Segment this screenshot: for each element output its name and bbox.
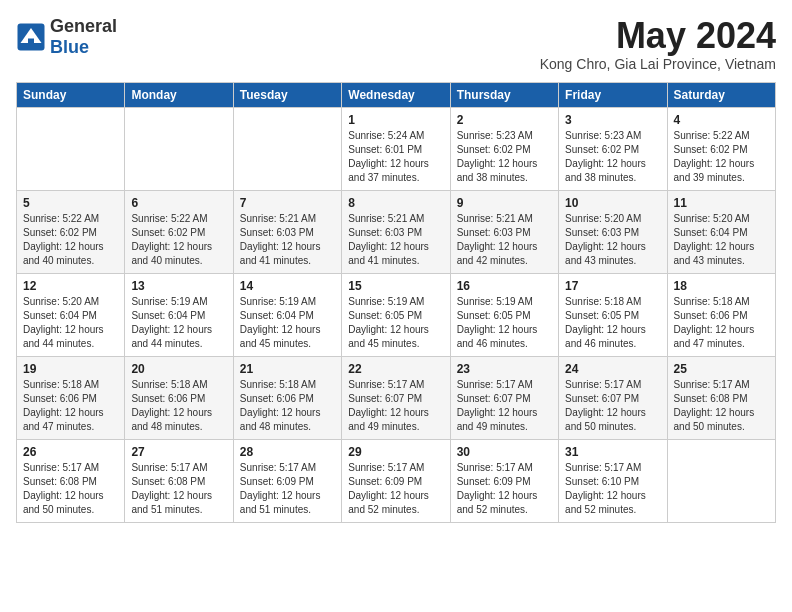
calendar-cell: 6Sunrise: 5:22 AM Sunset: 6:02 PM Daylig… [125,190,233,273]
day-info: Sunrise: 5:20 AM Sunset: 6:04 PM Dayligh… [674,212,769,268]
day-number: 1 [348,113,443,127]
day-info: Sunrise: 5:22 AM Sunset: 6:02 PM Dayligh… [131,212,226,268]
calendar-cell: 1Sunrise: 5:24 AM Sunset: 6:01 PM Daylig… [342,107,450,190]
calendar-table: SundayMondayTuesdayWednesdayThursdayFrid… [16,82,776,523]
day-info: Sunrise: 5:21 AM Sunset: 6:03 PM Dayligh… [457,212,552,268]
day-number: 10 [565,196,660,210]
calendar-cell: 20Sunrise: 5:18 AM Sunset: 6:06 PM Dayli… [125,356,233,439]
day-info: Sunrise: 5:17 AM Sunset: 6:07 PM Dayligh… [457,378,552,434]
calendar-week-row: 12Sunrise: 5:20 AM Sunset: 6:04 PM Dayli… [17,273,776,356]
day-info: Sunrise: 5:17 AM Sunset: 6:09 PM Dayligh… [348,461,443,517]
day-info: Sunrise: 5:17 AM Sunset: 6:09 PM Dayligh… [457,461,552,517]
day-info: Sunrise: 5:18 AM Sunset: 6:06 PM Dayligh… [23,378,118,434]
day-info: Sunrise: 5:17 AM Sunset: 6:08 PM Dayligh… [23,461,118,517]
calendar-cell: 31Sunrise: 5:17 AM Sunset: 6:10 PM Dayli… [559,439,667,522]
day-info: Sunrise: 5:18 AM Sunset: 6:05 PM Dayligh… [565,295,660,351]
calendar-week-row: 19Sunrise: 5:18 AM Sunset: 6:06 PM Dayli… [17,356,776,439]
day-number: 11 [674,196,769,210]
calendar-cell: 3Sunrise: 5:23 AM Sunset: 6:02 PM Daylig… [559,107,667,190]
day-number: 21 [240,362,335,376]
calendar-cell: 13Sunrise: 5:19 AM Sunset: 6:04 PM Dayli… [125,273,233,356]
calendar-cell [17,107,125,190]
calendar-cell: 28Sunrise: 5:17 AM Sunset: 6:09 PM Dayli… [233,439,341,522]
day-number: 12 [23,279,118,293]
day-number: 5 [23,196,118,210]
calendar-cell: 7Sunrise: 5:21 AM Sunset: 6:03 PM Daylig… [233,190,341,273]
calendar-cell: 23Sunrise: 5:17 AM Sunset: 6:07 PM Dayli… [450,356,558,439]
calendar-cell: 14Sunrise: 5:19 AM Sunset: 6:04 PM Dayli… [233,273,341,356]
day-number: 14 [240,279,335,293]
day-info: Sunrise: 5:21 AM Sunset: 6:03 PM Dayligh… [240,212,335,268]
calendar-cell: 8Sunrise: 5:21 AM Sunset: 6:03 PM Daylig… [342,190,450,273]
logo: General Blue [16,16,117,58]
day-info: Sunrise: 5:17 AM Sunset: 6:08 PM Dayligh… [131,461,226,517]
day-info: Sunrise: 5:20 AM Sunset: 6:04 PM Dayligh… [23,295,118,351]
calendar-cell: 9Sunrise: 5:21 AM Sunset: 6:03 PM Daylig… [450,190,558,273]
logo-blue: Blue [50,37,89,57]
day-number: 7 [240,196,335,210]
day-number: 9 [457,196,552,210]
calendar-cell: 24Sunrise: 5:17 AM Sunset: 6:07 PM Dayli… [559,356,667,439]
calendar-cell: 19Sunrise: 5:18 AM Sunset: 6:06 PM Dayli… [17,356,125,439]
calendar-cell: 4Sunrise: 5:22 AM Sunset: 6:02 PM Daylig… [667,107,775,190]
day-number: 31 [565,445,660,459]
month-year: May 2024 [540,16,776,56]
day-info: Sunrise: 5:20 AM Sunset: 6:03 PM Dayligh… [565,212,660,268]
day-info: Sunrise: 5:19 AM Sunset: 6:05 PM Dayligh… [348,295,443,351]
day-number: 22 [348,362,443,376]
calendar-cell: 16Sunrise: 5:19 AM Sunset: 6:05 PM Dayli… [450,273,558,356]
day-number: 3 [565,113,660,127]
day-number: 26 [23,445,118,459]
day-number: 13 [131,279,226,293]
calendar-cell: 26Sunrise: 5:17 AM Sunset: 6:08 PM Dayli… [17,439,125,522]
calendar-cell: 27Sunrise: 5:17 AM Sunset: 6:08 PM Dayli… [125,439,233,522]
day-number: 6 [131,196,226,210]
calendar-day-header: Monday [125,82,233,107]
title-block: May 2024 Kong Chro, Gia Lai Province, Vi… [540,16,776,72]
calendar-week-row: 26Sunrise: 5:17 AM Sunset: 6:08 PM Dayli… [17,439,776,522]
day-info: Sunrise: 5:23 AM Sunset: 6:02 PM Dayligh… [457,129,552,185]
day-number: 19 [23,362,118,376]
calendar-day-header: Thursday [450,82,558,107]
day-info: Sunrise: 5:17 AM Sunset: 6:07 PM Dayligh… [565,378,660,434]
day-info: Sunrise: 5:17 AM Sunset: 6:09 PM Dayligh… [240,461,335,517]
calendar-cell [125,107,233,190]
calendar-cell: 10Sunrise: 5:20 AM Sunset: 6:03 PM Dayli… [559,190,667,273]
day-info: Sunrise: 5:18 AM Sunset: 6:06 PM Dayligh… [131,378,226,434]
day-number: 28 [240,445,335,459]
logo-general: General [50,16,117,36]
location: Kong Chro, Gia Lai Province, Vietnam [540,56,776,72]
day-number: 27 [131,445,226,459]
day-number: 15 [348,279,443,293]
calendar-cell: 15Sunrise: 5:19 AM Sunset: 6:05 PM Dayli… [342,273,450,356]
calendar-day-header: Friday [559,82,667,107]
calendar-cell: 12Sunrise: 5:20 AM Sunset: 6:04 PM Dayli… [17,273,125,356]
day-number: 8 [348,196,443,210]
day-info: Sunrise: 5:17 AM Sunset: 6:10 PM Dayligh… [565,461,660,517]
day-info: Sunrise: 5:24 AM Sunset: 6:01 PM Dayligh… [348,129,443,185]
day-number: 24 [565,362,660,376]
day-number: 4 [674,113,769,127]
day-number: 2 [457,113,552,127]
day-info: Sunrise: 5:19 AM Sunset: 6:04 PM Dayligh… [240,295,335,351]
day-info: Sunrise: 5:19 AM Sunset: 6:05 PM Dayligh… [457,295,552,351]
calendar-cell: 29Sunrise: 5:17 AM Sunset: 6:09 PM Dayli… [342,439,450,522]
day-info: Sunrise: 5:18 AM Sunset: 6:06 PM Dayligh… [240,378,335,434]
day-info: Sunrise: 5:23 AM Sunset: 6:02 PM Dayligh… [565,129,660,185]
day-info: Sunrise: 5:22 AM Sunset: 6:02 PM Dayligh… [23,212,118,268]
calendar-week-row: 5Sunrise: 5:22 AM Sunset: 6:02 PM Daylig… [17,190,776,273]
day-number: 25 [674,362,769,376]
calendar-day-header: Tuesday [233,82,341,107]
calendar-day-header: Saturday [667,82,775,107]
calendar-cell [233,107,341,190]
calendar-cell: 18Sunrise: 5:18 AM Sunset: 6:06 PM Dayli… [667,273,775,356]
calendar-cell: 30Sunrise: 5:17 AM Sunset: 6:09 PM Dayli… [450,439,558,522]
calendar-cell: 22Sunrise: 5:17 AM Sunset: 6:07 PM Dayli… [342,356,450,439]
day-number: 29 [348,445,443,459]
calendar-day-header: Sunday [17,82,125,107]
day-info: Sunrise: 5:21 AM Sunset: 6:03 PM Dayligh… [348,212,443,268]
calendar-header-row: SundayMondayTuesdayWednesdayThursdayFrid… [17,82,776,107]
day-info: Sunrise: 5:17 AM Sunset: 6:08 PM Dayligh… [674,378,769,434]
calendar-cell: 25Sunrise: 5:17 AM Sunset: 6:08 PM Dayli… [667,356,775,439]
calendar-body: 1Sunrise: 5:24 AM Sunset: 6:01 PM Daylig… [17,107,776,522]
